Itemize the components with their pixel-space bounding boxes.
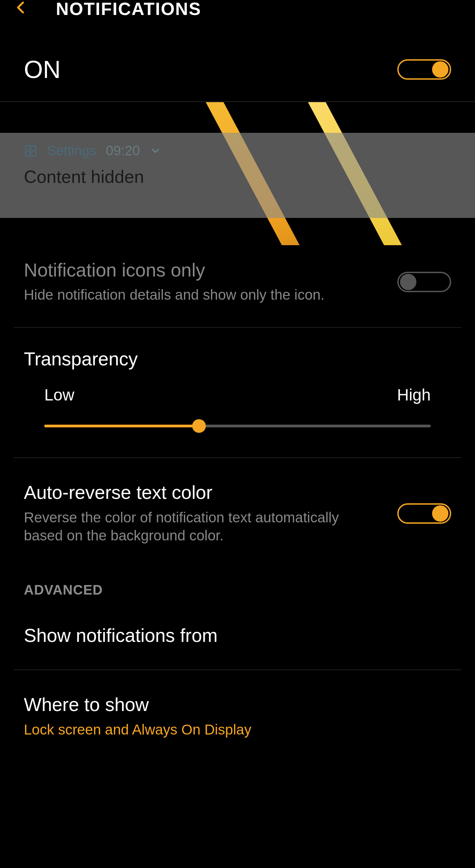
settings-list: Notification icons only Hide notificatio… <box>0 245 475 752</box>
slider-low-label: Low <box>44 385 74 404</box>
item-subtitle: Reverse the color of notification text a… <box>24 508 377 545</box>
header-bar: NOTIFICATIONS <box>0 0 475 37</box>
notification-header: Settings 09:20 <box>24 143 451 158</box>
notification-time: 09:20 <box>106 143 140 158</box>
item-title: Show notifications from <box>24 625 431 646</box>
master-toggle-row[interactable]: ON <box>0 37 475 102</box>
item-where-to-show[interactable]: Where to show Lock screen and Always On … <box>14 670 461 752</box>
slider-high-label: High <box>397 385 431 404</box>
master-toggle[interactable] <box>397 59 451 80</box>
item-show-notifications-from[interactable]: Show notifications from <box>14 601 461 670</box>
item-title: Where to show <box>24 694 431 715</box>
slider-thumb[interactable] <box>192 419 206 433</box>
item-notification-icons-only[interactable]: Notification icons only Hide notificatio… <box>14 245 461 328</box>
auto-reverse-toggle[interactable] <box>397 503 451 524</box>
item-title: Notification icons only <box>24 259 377 281</box>
item-auto-reverse-text-color[interactable]: Auto-reverse text color Reverse the colo… <box>14 458 461 569</box>
notification-app-name: Settings <box>47 143 96 158</box>
chevron-down-icon <box>150 145 161 157</box>
master-toggle-label: ON <box>24 56 61 83</box>
item-subtitle: Hide notification details and show only … <box>24 286 377 304</box>
svg-point-1 <box>29 149 32 153</box>
item-value: Lock screen and Always On Display <box>24 721 431 739</box>
notification-body: Content hidden <box>24 167 451 187</box>
notification-preview: Settings 09:20 Content hidden <box>0 102 475 245</box>
item-transparency: Transparency Low High <box>14 328 461 458</box>
icons-only-toggle[interactable] <box>397 272 451 292</box>
settings-gear-icon <box>24 144 37 158</box>
page-title: NOTIFICATIONS <box>56 0 201 18</box>
transparency-slider[interactable] <box>44 425 431 427</box>
slider-fill <box>44 425 199 427</box>
back-icon[interactable] <box>14 0 29 16</box>
slider-labels: Low High <box>24 385 451 404</box>
item-title: Auto-reverse text color <box>24 482 377 503</box>
item-title: Transparency <box>24 348 451 370</box>
section-header-advanced: ADVANCED <box>14 569 461 601</box>
notification-card: Settings 09:20 Content hidden <box>0 133 475 218</box>
